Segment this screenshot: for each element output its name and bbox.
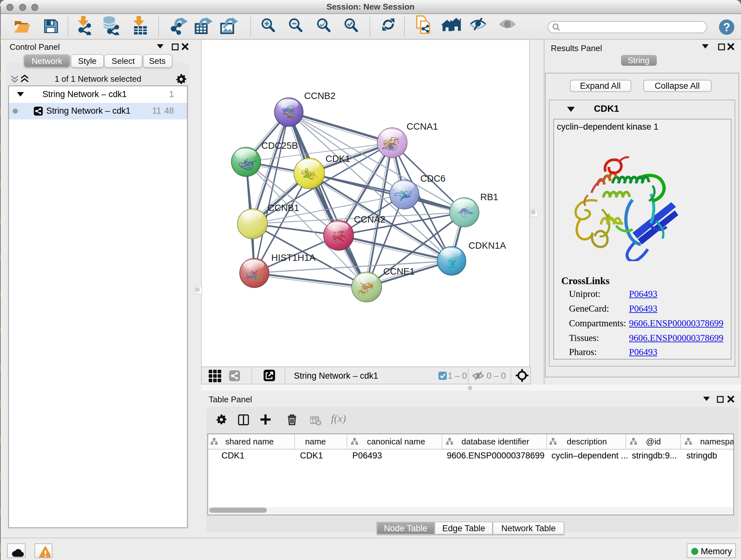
- svg-text:CDKN1A: CDKN1A: [468, 240, 506, 250]
- svg-text:RB1: RB1: [480, 192, 498, 202]
- svg-text:?: ?: [723, 21, 730, 34]
- svg-text:CDC6: CDC6: [420, 173, 445, 183]
- svg-text:CDC25B: CDC25B: [261, 140, 297, 150]
- svg-text:CDK1: CDK1: [325, 153, 350, 164]
- svg-text:CCNB2: CCNB2: [304, 90, 335, 101]
- svg-text:CCNA2: CCNA2: [354, 214, 385, 224]
- svg-text:HIST1H1A: HIST1H1A: [271, 252, 315, 262]
- svg-text:CCNE1: CCNE1: [383, 266, 414, 276]
- svg-text:CCNA1: CCNA1: [406, 121, 437, 131]
- svg-text:CCNB1: CCNB1: [267, 202, 299, 212]
